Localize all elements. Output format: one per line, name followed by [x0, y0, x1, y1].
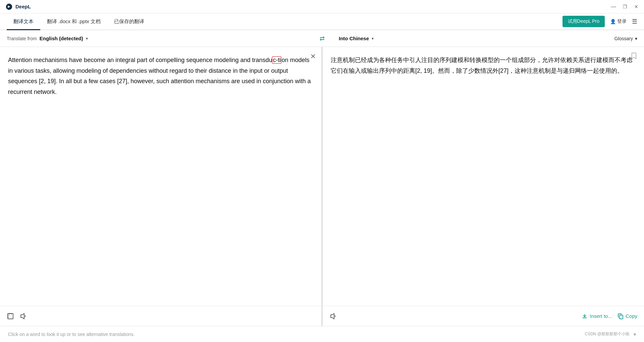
main-content: ✕ Attention mechanisms have become an in… — [0, 47, 644, 326]
glossary-chevron: ▾ — [635, 36, 637, 41]
bookmark-button[interactable] — [631, 52, 637, 61]
bottom-chevron-button[interactable]: ▾ — [634, 332, 636, 337]
title-bar-controls: — ❐ ✕ — [611, 4, 639, 9]
glossary-label: Glossary — [614, 36, 633, 41]
tab-translate-docs[interactable]: 翻译 .docx 和 .pptx 文档 — [40, 14, 107, 30]
target-text: 注意机制已经成为各种任务中引人注目的序列建模和转换模型的一个组成部分，允许对依赖… — [331, 55, 636, 76]
tab-translate-text[interactable]: 翻译文本 — [7, 14, 40, 30]
copy-button[interactable]: Copy — [618, 313, 637, 319]
swap-languages-button[interactable]: ⇄ — [320, 35, 325, 42]
lang-right: Into Chinese ▾ Glossary ▾ — [332, 36, 644, 41]
target-panel: 注意机制已经成为各种任务中引人注目的序列建模和转换模型的一个组成部分，允许对依赖… — [323, 47, 644, 326]
lang-bar: Translate from English (detected) ▾ ⇄ In… — [0, 30, 644, 47]
target-text-area[interactable]: 注意机制已经成为各种任务中引人注目的序列建模和转换模型的一个组成部分，允许对依赖… — [323, 47, 644, 306]
bottom-hint: Click on a word to look it up or to see … — [8, 332, 135, 337]
source-text: Attention mechanisms have become an inte… — [8, 55, 313, 97]
insert-label: Insert to... — [590, 313, 612, 319]
source-lang-selector[interactable]: Translate from English (detected) ▾ — [7, 36, 88, 41]
source-lang-name: English (detected) — [40, 36, 83, 41]
title-bar: DeepL — ❐ ✕ — [0, 0, 644, 13]
source-lang-prefix: Translate from — [7, 36, 37, 41]
target-lang-selector[interactable]: Into Chinese ▾ — [339, 36, 374, 41]
app-title: DeepL — [15, 4, 31, 9]
target-lang-name: Into Chinese — [339, 36, 369, 41]
login-label: 登录 — [617, 18, 627, 24]
bottom-bar: Click on a word to look it up or to see … — [0, 326, 644, 342]
speaker-target-icon — [329, 312, 337, 320]
minimize-button[interactable]: — — [611, 4, 616, 9]
copy-icon — [618, 313, 624, 319]
target-panel-footer: Insert to... Copy — [323, 306, 644, 326]
speaker-source-icon — [19, 312, 27, 320]
maximize-button[interactable]: ❐ — [623, 4, 627, 9]
lang-swap-area: ⇄ — [312, 35, 332, 42]
target-lang-chevron: ▾ — [372, 36, 374, 41]
svg-marker-2 — [21, 314, 24, 319]
glossary-button[interactable]: Glossary ▾ — [614, 36, 637, 41]
copy-label: Copy — [626, 313, 637, 319]
source-lang-chevron: ▾ — [86, 36, 88, 41]
highlighted-word[interactable]: c-ti — [272, 56, 281, 64]
nav-bar: 翻译文本 翻译 .docx 和 .pptx 文档 已保存的翻译 试用DeepL … — [0, 13, 644, 30]
menu-button[interactable]: ☰ — [632, 18, 637, 25]
bottom-credit: CSDN @那那那那个小陈 — [585, 331, 630, 337]
login-button[interactable]: 👤 登录 — [610, 18, 627, 24]
svg-marker-3 — [331, 314, 334, 319]
user-icon: 👤 — [610, 19, 616, 24]
deepl-logo-icon — [5, 3, 13, 10]
target-panel-actions: Insert to... Copy — [582, 313, 637, 319]
tab-saved-translations[interactable]: 已保存的翻译 — [107, 14, 151, 30]
clear-source-button[interactable]: ✕ — [310, 52, 316, 60]
svg-rect-1 — [8, 314, 13, 319]
expand-source-button[interactable] — [7, 312, 14, 320]
expand-icon — [7, 312, 14, 320]
insert-to-button[interactable]: Insert to... — [582, 313, 612, 319]
nav-tabs: 翻译文本 翻译 .docx 和 .pptx 文档 已保存的翻译 — [7, 13, 151, 30]
svg-rect-4 — [620, 315, 623, 319]
lang-left: Translate from English (detected) ▾ — [0, 36, 312, 41]
speaker-source-button[interactable] — [19, 312, 27, 320]
source-text-area[interactable]: ✕ Attention mechanisms have become an in… — [0, 47, 321, 306]
speaker-target-button[interactable] — [329, 312, 337, 320]
try-deepl-button[interactable]: 试用DeepL Pro — [562, 16, 605, 27]
insert-icon — [582, 313, 588, 319]
source-panel-footer — [0, 306, 321, 326]
bookmark-icon — [631, 52, 637, 60]
nav-right: 试用DeepL Pro 👤 登录 ☰ — [562, 16, 637, 27]
title-bar-left: DeepL — [5, 3, 31, 10]
close-button[interactable]: ✕ — [634, 4, 639, 9]
source-panel: ✕ Attention mechanisms have become an in… — [0, 47, 321, 326]
